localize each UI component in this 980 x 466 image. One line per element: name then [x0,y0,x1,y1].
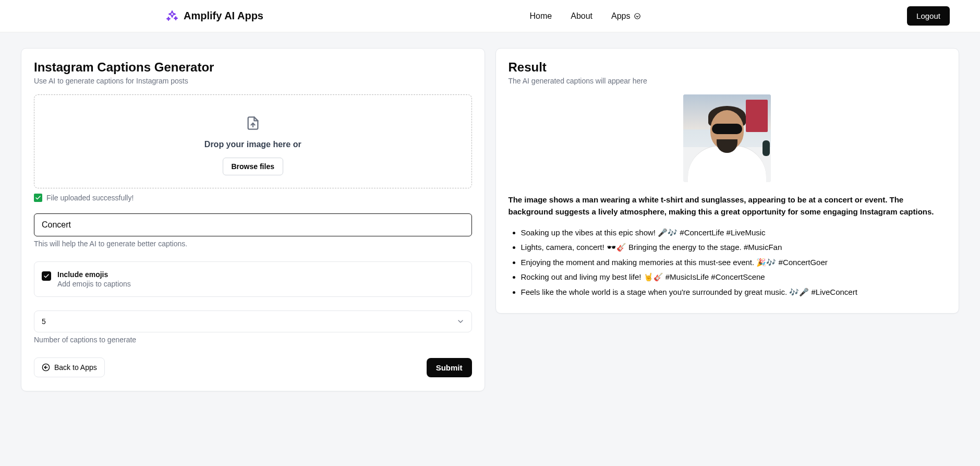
nav-home[interactable]: Home [530,11,552,21]
svg-point-0 [634,13,640,19]
caption-count-help: Number of captions to generate [34,336,472,344]
nav-about[interactable]: About [571,11,592,21]
nav-apps-label: Apps [611,11,630,21]
browse-files-button[interactable]: Browse files [223,158,283,175]
result-subtitle: The AI generated captions will appear he… [509,77,947,85]
generator-title: Instagram Captions Generator [34,60,472,75]
caption-item: Rocking out and living my best life! 🤘🎸 … [521,270,947,285]
back-to-apps-button[interactable]: Back to Apps [34,357,105,377]
result-title: Result [509,60,947,75]
sparkles-icon [166,10,178,22]
result-card: Result The AI generated captions will ap… [495,48,960,314]
app-header: Amplify AI Apps Home About Apps Logout [0,0,980,32]
file-upload-icon [246,116,260,130]
caption-item: Feels like the whole world is a stage wh… [521,285,947,300]
context-help: This will help the AI to generate better… [34,240,472,248]
arrow-left-icon [42,363,50,372]
primary-nav: Home About Apps [530,11,641,21]
back-to-apps-label: Back to Apps [54,363,97,372]
include-emojis-option[interactable]: Include emojis Add emojis to captions [34,261,472,297]
page-body: Instagram Captions Generator Use AI to g… [0,32,980,466]
logout-button[interactable]: Logout [907,6,950,26]
check-icon [34,194,42,202]
result-image-container [509,94,947,184]
brand-block: Amplify AI Apps [166,10,263,22]
captions-list: Soaking up the vibes at this epic show! … [509,225,947,300]
context-input[interactable] [34,213,472,236]
caption-count-select-wrap: 5 [34,310,472,332]
upload-status: File uploaded successfully! [34,194,472,202]
image-dropzone[interactable]: Drop your image here or Browse files [34,94,472,188]
result-description: The image shows a man wearing a white t-… [509,194,947,218]
include-emojis-checkbox[interactable] [42,271,51,281]
submit-button[interactable]: Submit [427,358,472,377]
include-emojis-label: Include emojis [57,270,131,279]
caption-item: Soaking up the vibes at this epic show! … [521,225,947,241]
brand-name: Amplify AI Apps [184,10,263,22]
generator-subtitle: Use AI to generate captions for Instagra… [34,77,472,85]
caption-count-select[interactable]: 5 [34,310,472,332]
uploaded-image-preview [683,94,771,182]
include-emojis-sub: Add emojis to captions [57,280,131,288]
generator-card: Instagram Captions Generator Use AI to g… [21,48,485,391]
upload-status-text: File uploaded successfully! [46,194,134,202]
nav-apps[interactable]: Apps [611,11,640,21]
dropzone-text: Drop your image here or [45,140,461,149]
chevron-down-icon [634,13,641,20]
caption-item: Lights, camera, concert! 🕶️🎸 Bringing th… [521,240,947,255]
form-actions: Back to Apps Submit [34,357,472,377]
caption-item: Enjoying the moment and making memories … [521,255,947,270]
